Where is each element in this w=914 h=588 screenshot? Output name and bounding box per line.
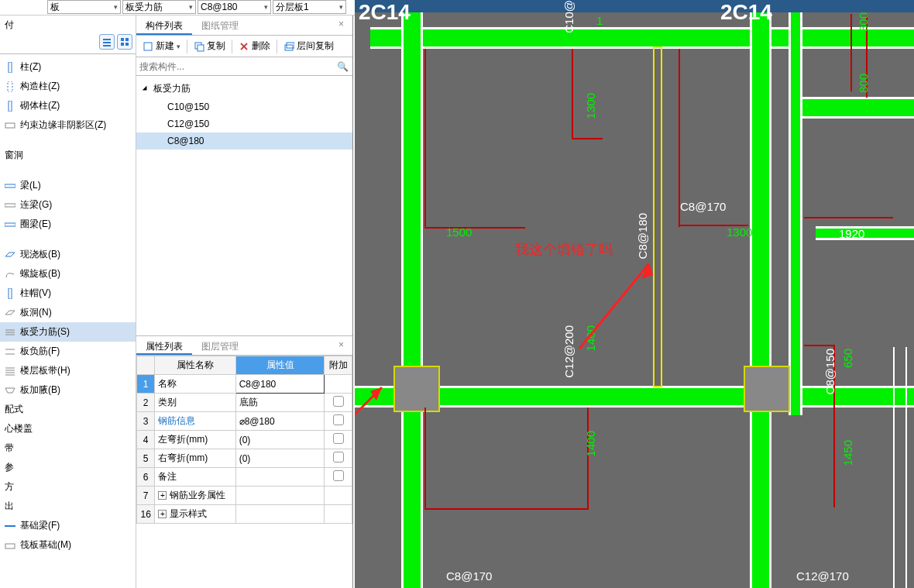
tree-spiral-slab[interactable]: 螺旋板(B) <box>0 264 136 284</box>
cap-icon <box>5 288 15 299</box>
svg-rect-10 <box>5 123 15 128</box>
tree-ring-beam[interactable]: 圈梁(E) <box>0 215 136 234</box>
svg-rect-4 <box>125 38 129 41</box>
svg-rect-5 <box>121 43 124 46</box>
copy-button[interactable]: 复制 <box>191 38 228 54</box>
property-table: 属性名称 属性值 附加 1名称C8@180 2类别底筋 3钢筋信息⌀8@180 … <box>136 356 352 524</box>
hole-icon <box>5 308 15 318</box>
dropdown-spec[interactable]: C8@180▾ <box>198 0 271 14</box>
beam-label: 2C14 <box>359 0 411 25</box>
tree-slab-rebar[interactable]: 板受力筋(S) <box>0 322 136 342</box>
tree-floor-band[interactable]: 楼层板带(H) <box>0 361 136 380</box>
svg-rect-26 <box>144 43 152 50</box>
tab-component-list[interactable]: 构件列表 <box>136 15 192 35</box>
dim-label: 1300 <box>727 225 752 239</box>
checkbox[interactable] <box>333 414 344 425</box>
svg-rect-13 <box>5 223 15 226</box>
tree-root[interactable]: 板受力筋 <box>136 79 352 98</box>
beam-icon <box>5 200 15 211</box>
tree-raft[interactable]: 筏板基础(M) <box>0 535 136 555</box>
tree-constructional-column[interactable]: 构造柱(Z) <box>0 77 136 96</box>
beam-label: 2C14 <box>720 0 772 25</box>
checkbox[interactable] <box>333 396 344 407</box>
tree-beam[interactable]: 梁(L) <box>0 176 136 195</box>
dim-label: 1500 <box>446 225 472 239</box>
search-input[interactable] <box>139 59 337 74</box>
svg-rect-1 <box>103 42 111 43</box>
svg-rect-8 <box>8 81 12 92</box>
tree-column[interactable]: 柱(Z) <box>0 57 136 77</box>
tree-column-cap[interactable]: 柱帽(V) <box>0 284 136 303</box>
beam-icon <box>5 219 15 230</box>
tab-layer-mgmt[interactable]: 图层管理 <box>192 336 248 355</box>
column-icon <box>5 101 15 112</box>
tree-masonry-column[interactable]: 砌体柱(Z) <box>0 96 136 115</box>
checkbox[interactable] <box>333 470 344 481</box>
tab-property-list[interactable]: 属性列表 <box>136 336 192 355</box>
expand-icon[interactable]: + <box>158 491 167 500</box>
list-view-button[interactable] <box>99 34 115 50</box>
close-icon[interactable]: × <box>338 19 349 29</box>
svg-rect-2 <box>103 45 111 46</box>
svg-rect-3 <box>121 38 124 41</box>
tree-slab-hole[interactable]: 板洞(N) <box>0 303 136 322</box>
tree-item-c12[interactable]: C12@150 <box>136 115 352 132</box>
close-icon[interactable]: × <box>338 339 349 350</box>
dropdown-type[interactable]: 板受力筋▾ <box>122 0 196 14</box>
tree-cast-slab[interactable]: 现浇板(B) <box>0 245 136 264</box>
arrow-icon <box>355 383 386 438</box>
svg-rect-0 <box>103 39 111 40</box>
col-value[interactable]: 属性值 <box>235 356 325 375</box>
expand-icon[interactable]: + <box>158 510 167 518</box>
prop-name-input[interactable]: C8@180 <box>235 375 325 394</box>
rebar-icon <box>5 346 15 357</box>
haunch-icon <box>5 385 15 396</box>
svg-rect-11 <box>5 184 15 187</box>
delete-button[interactable]: 删除 <box>235 38 273 54</box>
tree-slab-haunch[interactable]: 板加腋(B) <box>0 380 136 400</box>
raft-icon <box>5 540 15 551</box>
rebar-label: C12@170 <box>796 569 849 583</box>
tab-drawing-mgmt[interactable]: 图纸管理 <box>192 15 248 35</box>
dim-label: 1300 <box>584 93 597 119</box>
checkbox[interactable] <box>333 452 344 462</box>
component-panel: 构件列表 图纸管理 × 新建▾ 复制 删除 层间复制 🔍 板受力筋 C10@15… <box>136 15 353 588</box>
tree-foundation-beam[interactable]: 基础梁(F) <box>0 516 136 535</box>
rebar-label: C10@ <box>562 0 576 33</box>
spiral-icon <box>5 269 15 280</box>
tree-item-c10[interactable]: C10@150 <box>136 98 352 115</box>
new-button[interactable]: 新建▾ <box>139 38 184 54</box>
svg-rect-7 <box>9 62 12 73</box>
arrow-icon <box>572 256 665 356</box>
rebar-icon <box>5 327 15 338</box>
tree-item-c8[interactable]: C8@180 <box>136 132 352 150</box>
fbeam-icon <box>5 521 15 531</box>
tree-coupling-beam[interactable]: 连梁(G) <box>0 195 136 215</box>
grid-view-button[interactable] <box>117 34 132 50</box>
dim-label: 800 <box>857 74 870 93</box>
tree-edge-zone[interactable]: 约束边缘非阴影区(Z) <box>0 115 136 135</box>
svg-rect-12 <box>5 204 15 207</box>
column-icon <box>5 81 15 92</box>
svg-rect-9 <box>9 101 12 112</box>
rebar-label: C8@170 <box>680 200 726 213</box>
slab-icon <box>5 249 15 260</box>
band-icon <box>5 366 15 377</box>
svg-rect-28 <box>198 45 204 51</box>
svg-rect-25 <box>5 544 15 548</box>
rebar-label: C8@150 <box>823 349 837 394</box>
dropdown-category[interactable]: 板▾ <box>47 0 121 14</box>
layer-copy-button[interactable]: 层间复制 <box>280 38 337 54</box>
dim-label: 800 <box>857 12 870 32</box>
col-extra: 附加 <box>325 356 352 375</box>
svg-rect-14 <box>9 288 12 299</box>
drawing-canvas[interactable]: 2C14 2C14 C10@ 1 800 800 1300 1500 C8@17… <box>355 0 914 588</box>
rect-icon <box>5 120 15 131</box>
column-icon <box>5 62 15 73</box>
group-window: 窗洞 <box>0 146 136 165</box>
checkbox[interactable] <box>333 433 344 444</box>
dropdown-layer[interactable]: 分层板1▾ <box>273 0 346 14</box>
search-icon[interactable]: 🔍 <box>337 61 349 72</box>
tree-neg-rebar[interactable]: 板负筋(F) <box>0 342 136 361</box>
svg-line-33 <box>579 263 649 349</box>
